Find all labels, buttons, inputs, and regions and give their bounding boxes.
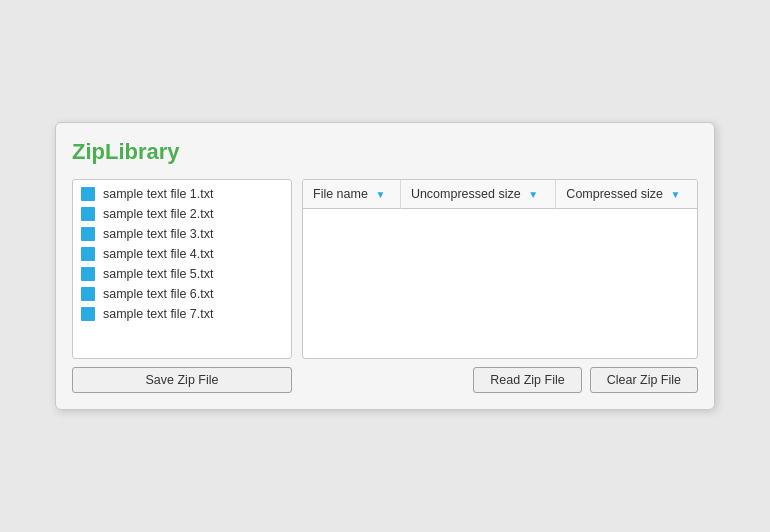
col-uncompressed-size: Uncompressed size ▼ [400, 180, 555, 209]
file-list: sample text file 1.txtsample text file 2… [72, 179, 292, 359]
file-name-label: sample text file 2.txt [103, 207, 213, 221]
file-icon [81, 207, 95, 221]
list-item[interactable]: sample text file 5.txt [73, 264, 291, 284]
file-name-label: sample text file 4.txt [103, 247, 213, 261]
action-buttons: Read Zip File Clear Zip File [302, 367, 698, 393]
main-content: sample text file 1.txtsample text file 2… [72, 179, 698, 393]
filter-icon-uncompressed[interactable]: ▼ [528, 189, 538, 200]
filter-icon-compressed[interactable]: ▼ [670, 189, 680, 200]
table-panel: File name ▼ Uncompressed size ▼ Compress… [302, 179, 698, 393]
list-item[interactable]: sample text file 2.txt [73, 204, 291, 224]
col-file-name: File name ▼ [303, 180, 400, 209]
list-item[interactable]: sample text file 6.txt [73, 284, 291, 304]
list-item[interactable]: sample text file 1.txt [73, 184, 291, 204]
file-icon [81, 247, 95, 261]
table-header-row: File name ▼ Uncompressed size ▼ Compress… [303, 180, 697, 209]
list-item[interactable]: sample text file 4.txt [73, 244, 291, 264]
clear-zip-button[interactable]: Clear Zip File [590, 367, 698, 393]
list-item[interactable]: sample text file 7.txt [73, 304, 291, 324]
window-title: ZipLibrary [72, 139, 698, 165]
table-container: File name ▼ Uncompressed size ▼ Compress… [302, 179, 698, 359]
zip-table: File name ▼ Uncompressed size ▼ Compress… [303, 180, 697, 209]
file-list-panel: sample text file 1.txtsample text file 2… [72, 179, 292, 393]
file-icon [81, 227, 95, 241]
col-compressed-size: Compressed size ▼ [556, 180, 697, 209]
read-zip-button[interactable]: Read Zip File [473, 367, 581, 393]
list-item[interactable]: sample text file 3.txt [73, 224, 291, 244]
file-name-label: sample text file 1.txt [103, 187, 213, 201]
file-name-label: sample text file 7.txt [103, 307, 213, 321]
file-name-label: sample text file 6.txt [103, 287, 213, 301]
save-zip-button[interactable]: Save Zip File [72, 367, 292, 393]
filter-icon-filename[interactable]: ▼ [375, 189, 385, 200]
file-name-label: sample text file 3.txt [103, 227, 213, 241]
file-icon [81, 187, 95, 201]
file-icon [81, 287, 95, 301]
file-name-label: sample text file 5.txt [103, 267, 213, 281]
main-window: ZipLibrary sample text file 1.txtsample … [55, 122, 715, 410]
file-icon [81, 307, 95, 321]
file-icon [81, 267, 95, 281]
